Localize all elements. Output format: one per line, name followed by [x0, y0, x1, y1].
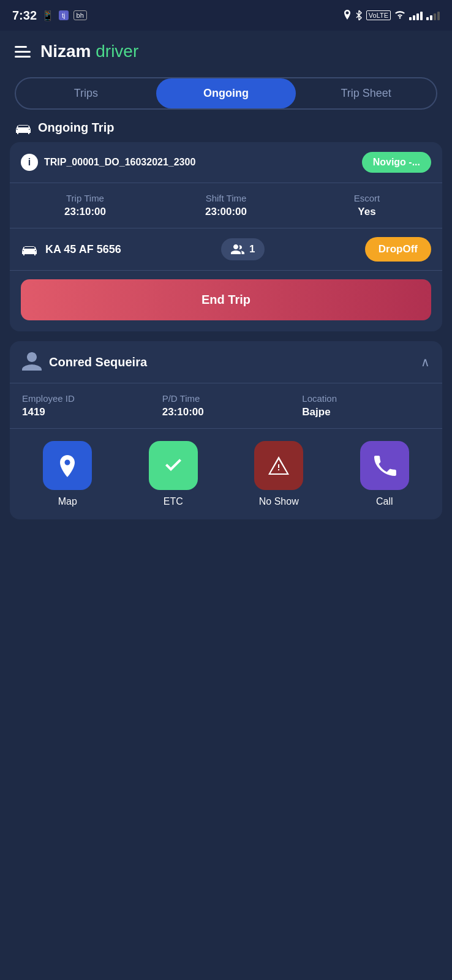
escort-value: Yes: [303, 206, 431, 218]
vehicle-row: KA 45 AF 5656 1 DropOff: [10, 228, 442, 271]
bluetooth-icon: [355, 10, 363, 21]
header-title: Nizam driver: [40, 42, 138, 61]
pd-time-value: 23:10:00: [162, 406, 290, 418]
call-label: Call: [376, 496, 393, 507]
map-icon-button[interactable]: [43, 441, 92, 490]
action-buttons: Map ETC No Show: [10, 429, 442, 519]
employee-id-value: 1419: [22, 406, 150, 418]
noshow-action[interactable]: No Show: [254, 441, 303, 507]
etc-icon-button[interactable]: [149, 441, 198, 490]
passenger-card: Conred Sequeira ∧ Employee ID 1419 P/D T…: [10, 341, 442, 519]
teams-icon: tj: [59, 10, 69, 20]
car-small-icon: [21, 243, 38, 256]
status-time: 7:32: [12, 9, 37, 23]
passenger-name: Conred Sequeira: [49, 355, 147, 369]
noshow-icon-button[interactable]: [254, 441, 303, 490]
map-action[interactable]: Map: [43, 441, 92, 507]
trip-details: Trip Time 23:10:00 Shift Time 23:00:00 E…: [10, 183, 442, 228]
passenger-badge: 1: [221, 238, 265, 260]
shift-time-item: Shift Time 23:00:00: [162, 193, 290, 218]
status-icons: VoLTE: [343, 10, 440, 21]
escort-item: Escort Yes: [303, 193, 431, 218]
tab-ongoing[interactable]: Ongoing: [156, 78, 296, 108]
shift-time-value: 23:00:00: [162, 206, 290, 218]
chevron-up-icon[interactable]: ∧: [421, 355, 430, 369]
header: Nizam driver: [0, 31, 452, 67]
call-action[interactable]: Call: [360, 441, 409, 507]
trip-header: i TRIP_00001_DO_16032021_2300 Novigo -..…: [10, 142, 442, 183]
etc-label: ETC: [164, 496, 183, 507]
location-value: Bajpe: [302, 406, 430, 418]
trip-time-value: 23:10:00: [21, 206, 149, 218]
menu-button[interactable]: [15, 46, 31, 58]
trip-time-label: Trip Time: [21, 193, 149, 203]
trip-id-row: i TRIP_00001_DO_16032021_2300: [21, 154, 195, 171]
map-label: Map: [58, 496, 77, 507]
employee-id-item: Employee ID 1419: [22, 393, 150, 418]
wifi-icon: [394, 11, 405, 20]
bh-icon: bh: [73, 10, 87, 20]
etc-action[interactable]: ETC: [149, 441, 198, 507]
call-icon-button[interactable]: [360, 441, 409, 490]
car-icon: [15, 121, 32, 135]
passenger-name-row: Conred Sequeira: [22, 352, 147, 372]
section-title: Ongoing Trip: [0, 110, 452, 142]
novigo-badge[interactable]: Novigo -...: [362, 152, 431, 173]
employee-details: Employee ID 1419 P/D Time 23:10:00 Locat…: [10, 383, 442, 429]
section-title-text: Ongoing Trip: [38, 121, 114, 135]
passenger-header: Conred Sequeira ∧: [10, 341, 442, 383]
noshow-label: No Show: [259, 496, 299, 507]
signal-bars-2: [426, 10, 440, 20]
pd-time-item: P/D Time 23:10:00: [162, 393, 290, 418]
volte-icon: VoLTE: [366, 10, 391, 20]
status-bar: 7:32 📱 tj bh VoLTE: [0, 0, 452, 31]
vehicle-info: KA 45 AF 5656: [21, 243, 121, 256]
dropoff-badge[interactable]: DropOff: [365, 237, 431, 262]
tab-trips[interactable]: Trips: [16, 78, 156, 108]
shift-time-label: Shift Time: [162, 193, 290, 203]
employee-id-label: Employee ID: [22, 393, 150, 404]
vehicle-number: KA 45 AF 5656: [45, 243, 121, 256]
trip-id-text: TRIP_00001_DO_16032021_2300: [44, 157, 195, 168]
location-label: Location: [302, 393, 430, 404]
trip-time-item: Trip Time 23:10:00: [21, 193, 149, 218]
notification-icon: 📱: [42, 10, 54, 21]
tabs-container: Trips Ongoing Trip Sheet: [0, 67, 452, 110]
info-icon: i: [21, 154, 38, 171]
signal-bars-1: [409, 10, 423, 20]
tabs: Trips Ongoing Trip Sheet: [15, 77, 437, 110]
user-name: Nizam: [40, 42, 91, 61]
person-icon: [22, 352, 42, 372]
tab-tripsheet[interactable]: Trip Sheet: [296, 78, 436, 108]
passenger-count: 1: [249, 243, 255, 255]
location-item: Location Bajpe: [302, 393, 430, 418]
location-icon: [343, 10, 352, 21]
escort-label: Escort: [303, 193, 431, 203]
pd-time-label: P/D Time: [162, 393, 290, 404]
end-trip-button[interactable]: End Trip: [21, 279, 431, 320]
user-role: driver: [96, 42, 138, 61]
trip-card: i TRIP_00001_DO_16032021_2300 Novigo -..…: [10, 142, 442, 331]
